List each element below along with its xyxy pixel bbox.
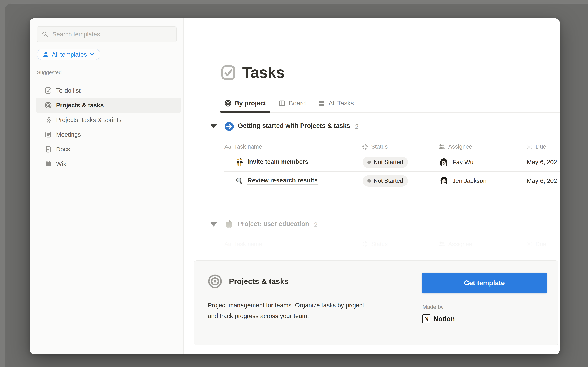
due-date: May 6, 202 — [527, 159, 557, 166]
template-filter-button[interactable]: All templates — [37, 49, 100, 60]
column-header-status[interactable]: Status — [371, 143, 388, 150]
status-dot-icon — [367, 161, 371, 164]
section-user-education: Project: user education 2 — [225, 220, 317, 229]
table-header-row: Aa Task name Status Assignee — [225, 141, 560, 153]
tab-by-project[interactable]: By project — [221, 94, 270, 112]
made-by-label: Made by — [423, 304, 444, 310]
table-grid-icon — [318, 100, 325, 107]
status-label: Not Started — [374, 159, 403, 166]
notion-logo-icon: N — [422, 314, 431, 323]
status-spinner-icon — [362, 144, 368, 150]
arrow-circle-icon — [225, 122, 234, 131]
assignee-name: Fay Wu — [452, 159, 474, 166]
column-header-task-name: Task name — [234, 241, 262, 247]
sidebar-item-label: To-do list — [56, 87, 80, 94]
collapse-triangle-icon[interactable] — [210, 222, 217, 227]
due-date: May 6, 202 — [527, 177, 557, 184]
tasks-table: Aa Task name Status Assignee — [225, 141, 560, 190]
dancers-icon — [235, 158, 244, 166]
template-gallery-modal: All templates Suggested To-do list Proje… — [30, 18, 560, 354]
section-title[interactable]: Project: user education — [238, 220, 309, 229]
document-icon — [45, 146, 52, 153]
people-icon — [438, 241, 445, 247]
target-icon — [225, 100, 232, 107]
tab-board[interactable]: Board — [275, 94, 310, 112]
column-header-task-name[interactable]: Task name — [234, 143, 262, 150]
sidebar-item-todo-list[interactable]: To-do list — [35, 83, 181, 98]
task-name-link[interactable]: Review research results — [247, 177, 318, 185]
avatar — [439, 158, 449, 167]
sidebar-item-projects-tasks-sprints[interactable]: Projects, tasks & sprints — [35, 113, 181, 127]
chevron-down-icon — [90, 53, 95, 56]
assignee-name: Jen Jackson — [452, 177, 486, 184]
page-title: Tasks — [242, 64, 285, 82]
sidebar-item-label: Meetings — [56, 131, 81, 138]
board-columns-icon — [278, 100, 285, 107]
target-icon — [208, 274, 222, 289]
collapse-triangle-icon[interactable] — [210, 124, 217, 128]
sidebar-item-label: Docs — [56, 146, 70, 153]
filter-label: All templates — [52, 51, 87, 58]
apple-icon — [225, 220, 234, 229]
table-row[interactable]: Invite team members Not Started Fay Wu M… — [225, 153, 560, 172]
author-row[interactable]: N Notion — [422, 314, 455, 323]
column-header-due[interactable]: Due — [536, 143, 546, 150]
target-icon — [45, 102, 52, 109]
search-templates-box[interactable] — [37, 26, 177, 42]
section-title[interactable]: Getting started with Projects & tasks — [238, 122, 350, 131]
sidebar-item-label: Projects, tasks & sprints — [56, 117, 121, 123]
page-title-row: Tasks — [221, 64, 285, 82]
sidebar-item-label: Wiki — [56, 161, 68, 167]
calendar-icon — [526, 241, 533, 247]
people-icon — [438, 144, 445, 150]
table-row[interactable]: Review research results Not Started Jen … — [225, 172, 560, 190]
sidebar-item-projects-tasks[interactable]: Projects & tasks — [35, 98, 181, 113]
search-icon — [42, 31, 48, 38]
template-preview: Tasks By project Board All Tasks — [184, 18, 560, 354]
get-template-button[interactable]: Get template — [422, 273, 547, 293]
text-property-icon: Aa — [225, 241, 231, 247]
status-dot-icon — [367, 179, 371, 183]
card-title: Projects & tasks — [229, 277, 288, 286]
template-nav: To-do list Projects & tasks Projects, ta… — [35, 83, 181, 171]
section-getting-started: Getting started with Projects & tasks 2 — [225, 122, 358, 131]
sidebar-item-meetings[interactable]: Meetings — [35, 127, 181, 142]
avatar — [439, 176, 449, 186]
magnifier-icon — [235, 177, 244, 185]
view-tabs: By project Board All Tasks — [221, 94, 560, 113]
suggested-label: Suggested — [37, 69, 177, 76]
template-sidebar: All templates Suggested To-do list Proje… — [30, 18, 184, 354]
section-count: 2 — [355, 123, 358, 130]
search-input[interactable] — [52, 31, 172, 38]
status-badge[interactable]: Not Started — [363, 175, 408, 187]
sidebar-item-label: Projects & tasks — [56, 102, 104, 109]
calendar-icon — [526, 144, 533, 150]
meeting-doc-icon — [45, 131, 52, 138]
tab-label: Board — [289, 100, 306, 107]
task-name-link[interactable]: Invite team members — [247, 158, 308, 166]
checkbox-icon — [45, 87, 52, 94]
card-description: Project management for teams. Organize t… — [208, 300, 370, 321]
tasks-table-faded: Aa Task name Status Assignee — [225, 238, 560, 250]
section-count: 2 — [314, 221, 317, 228]
book-icon — [45, 160, 52, 167]
column-header-due: Due — [536, 241, 546, 247]
runner-icon — [45, 116, 52, 123]
status-label: Not Started — [374, 177, 403, 184]
sidebar-item-docs[interactable]: Docs — [35, 142, 181, 157]
text-property-icon: Aa — [225, 144, 231, 150]
template-info-card: Projects & tasks Project management for … — [194, 260, 558, 345]
column-header-assignee: Assignee — [448, 241, 472, 247]
tasks-checkbox-icon — [221, 65, 235, 80]
column-header-assignee[interactable]: Assignee — [448, 143, 472, 150]
tab-label: All Tasks — [329, 100, 354, 107]
status-badge[interactable]: Not Started — [363, 157, 408, 168]
status-spinner-icon — [362, 241, 368, 247]
tab-label: By project — [234, 100, 266, 107]
tab-all-tasks[interactable]: All Tasks — [314, 94, 358, 112]
author-name: Notion — [433, 315, 455, 323]
column-header-status: Status — [371, 241, 388, 247]
person-icon — [43, 51, 49, 58]
sidebar-item-wiki[interactable]: Wiki — [35, 157, 181, 171]
